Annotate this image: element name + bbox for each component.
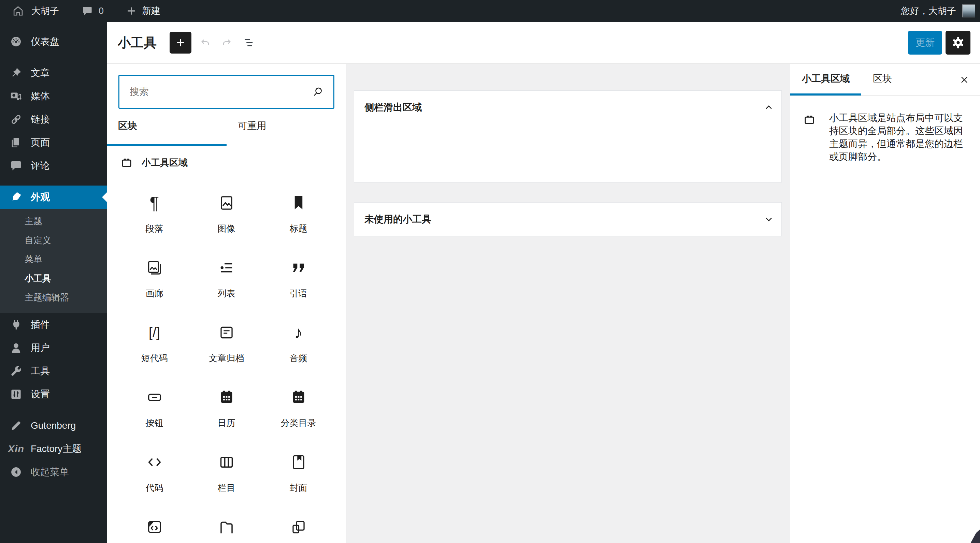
admin-bar-comments[interactable]: 0	[81, 5, 104, 17]
xin-icon: Xin	[10, 442, 22, 455]
sidebar-submenu-appearance: 主题自定义菜单小工具主题编辑器	[0, 209, 107, 313]
block-type-item[interactable]: 代码	[118, 452, 190, 517]
block-type-item[interactable]: 画廊	[118, 257, 190, 322]
inserter-tab-blocks[interactable]: 区块	[107, 109, 227, 146]
sidebar-item-links[interactable]: 链接	[0, 108, 107, 131]
block-type-item[interactable]: 按钮	[118, 387, 190, 452]
block-type-label: 文章归档	[209, 352, 244, 364]
sidebar-separator	[0, 53, 107, 61]
block-type-item[interactable]	[118, 517, 190, 543]
widgets-canvas: 侧栏滑出区域未使用的小工具	[346, 64, 790, 543]
block-type-item[interactable]: ♪音频	[262, 322, 334, 387]
columns-icon	[218, 452, 235, 472]
block-type-item[interactable]: [/]短代码	[118, 322, 190, 387]
sidebar-item-comments[interactable]: 评论	[0, 154, 107, 177]
sidebar-item-settings[interactable]: 设置	[0, 383, 107, 406]
code-icon	[146, 452, 164, 472]
sidebar-item-label: 收起菜单	[31, 465, 69, 478]
shortcode-icon: [/]	[149, 322, 160, 343]
list-icon	[218, 257, 235, 278]
dashboard-icon	[10, 35, 22, 48]
block-type-item[interactable]: 分类目录	[262, 387, 334, 452]
sidebar-item-dashboard[interactable]: 仪表盘	[0, 30, 107, 53]
block-type-item[interactable]: ¶段落	[118, 193, 190, 257]
sidebar-item-appearance[interactable]: 外观	[0, 186, 107, 209]
sliders-icon	[10, 388, 22, 401]
sidebar-item-pages[interactable]: 页面	[0, 131, 107, 154]
search-input[interactable]	[130, 86, 312, 97]
gear-icon	[951, 35, 966, 50]
sidebar-item-factory-theme[interactable]: XinFactory主题	[0, 437, 107, 460]
close-icon	[959, 75, 970, 85]
collapse-icon	[10, 465, 22, 478]
chevron-down-icon	[763, 214, 775, 225]
comment-bubble-icon	[81, 5, 93, 17]
update-button[interactable]: 更新	[908, 31, 942, 55]
paragraph-icon: ¶	[150, 193, 159, 213]
sidebar-item-collapse-menu[interactable]: 收起菜单	[0, 460, 107, 484]
block-type-item[interactable]: 日历	[190, 387, 262, 452]
block-type-item[interactable]: 文章归档	[190, 322, 262, 387]
block-type-label: 画廊	[146, 287, 164, 300]
submenu-item[interactable]: 主题	[0, 211, 107, 230]
block-type-item[interactable]: 栏目	[190, 452, 262, 517]
plus-icon	[126, 5, 137, 17]
block-inserter-toggle-button[interactable]	[170, 32, 191, 54]
inserter-tab-reusable[interactable]: 可重用	[227, 109, 346, 146]
brush-icon	[10, 191, 22, 204]
group-icon	[290, 517, 307, 537]
submenu-item[interactable]: 小工具	[0, 269, 107, 288]
admin-bar-new[interactable]: 新建	[126, 5, 161, 17]
widget-area-panel-header[interactable]: 未使用的小工具	[354, 203, 781, 236]
pin-icon	[10, 67, 22, 79]
block-type-item[interactable]: 标题	[262, 193, 334, 257]
widget-area-panel-header[interactable]: 侧栏滑出区域	[354, 91, 781, 124]
settings-tab-block[interactable]: 区块	[861, 64, 904, 95]
greeting-text: 您好，大胡子	[901, 5, 956, 17]
close-settings-button[interactable]	[954, 64, 975, 95]
redo-button[interactable]	[219, 35, 235, 51]
user-icon	[10, 341, 22, 354]
submenu-item[interactable]: 菜单	[0, 250, 107, 269]
widget-area-icon	[803, 114, 816, 126]
block-type-item[interactable]: 引语	[262, 257, 334, 322]
page-title: 小工具	[118, 34, 157, 51]
block-type-label: 音频	[290, 352, 307, 364]
home-icon	[12, 5, 24, 17]
block-type-item[interactable]	[190, 517, 262, 543]
sidebar-item-tools[interactable]: 工具	[0, 359, 107, 383]
block-type-label: 按钮	[146, 417, 164, 429]
plus-icon	[174, 37, 187, 49]
block-type-item[interactable]: 封面	[262, 452, 334, 517]
description-text: 小工具区域是站点布局中可以支持区块的全局部分。这些区域因主题而异，但通常都是您的…	[829, 111, 972, 164]
sidebar-separator	[0, 177, 107, 186]
undo-icon	[199, 37, 211, 48]
block-type-label: 标题	[290, 223, 307, 235]
admin-bar-right[interactable]: 您好，大胡子	[901, 5, 980, 17]
admin-bar-site[interactable]: 大胡子	[12, 5, 59, 17]
sidebar-item-gutenberg[interactable]: Gutenberg	[0, 414, 107, 437]
media-icon	[10, 90, 22, 103]
comment-icon	[10, 159, 22, 172]
sidebar-item-posts[interactable]: 文章	[0, 61, 107, 84]
sidebar-item-users[interactable]: 用户	[0, 336, 107, 359]
list-view-button[interactable]	[240, 35, 257, 51]
block-type-item[interactable]	[262, 517, 334, 543]
settings-tab-widget-areas[interactable]: 小工具区域	[790, 64, 861, 95]
sidebar-item-label: 链接	[31, 113, 50, 126]
sidebar-item-label: Gutenberg	[31, 420, 76, 431]
search-icon	[312, 85, 325, 98]
block-type-item[interactable]: 列表	[190, 257, 262, 322]
submenu-item[interactable]: 主题编辑器	[0, 288, 107, 307]
admin-bar-left: 大胡子 0 新建	[0, 5, 161, 17]
undo-button[interactable]	[197, 35, 213, 51]
block-type-item[interactable]: 图像	[190, 193, 262, 257]
settings-toggle-button[interactable]	[945, 31, 970, 55]
categories-icon	[290, 387, 307, 408]
sidebar-separator	[0, 406, 107, 414]
block-type-label: 代码	[146, 482, 164, 494]
sidebar-item-label: 插件	[31, 318, 50, 331]
submenu-item[interactable]: 自定义	[0, 230, 107, 250]
sidebar-item-plugins[interactable]: 插件	[0, 313, 107, 336]
sidebar-item-media[interactable]: 媒体	[0, 84, 107, 108]
